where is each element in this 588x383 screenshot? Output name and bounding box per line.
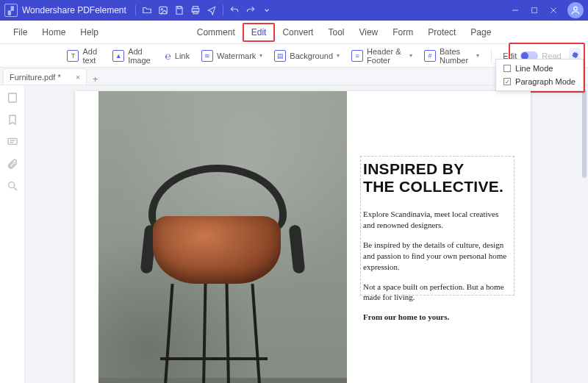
- thumbnails-icon[interactable]: [6, 91, 19, 104]
- add-image-button[interactable]: ▲ Add Image: [108, 45, 157, 67]
- svg-rect-12: [8, 93, 16, 102]
- menu-comment[interactable]: Comment: [190, 23, 243, 42]
- chevron-down-icon: ▾: [409, 52, 412, 59]
- user-avatar-icon[interactable]: [567, 2, 584, 18]
- menu-view[interactable]: View: [351, 23, 385, 42]
- tab-label: Furniture.pdf *: [10, 73, 61, 82]
- chevron-down-icon: ▾: [337, 52, 340, 59]
- app-window: ▞ Wondershare PDFelement File Home Help …: [0, 0, 588, 383]
- svg-rect-5: [193, 11, 198, 14]
- header-footer-icon: ≡: [351, 50, 363, 62]
- maximize-button[interactable]: [525, 0, 544, 21]
- pdf-page: INSPIRED BY THE COLLECTIVE. Explore Scan…: [75, 91, 531, 383]
- svg-rect-2: [178, 7, 182, 9]
- menu-file[interactable]: File: [6, 23, 35, 42]
- document-canvas[interactable]: INSPIRED BY THE COLLECTIVE. Explore Scan…: [25, 85, 581, 383]
- label: Paragraph Mode: [515, 77, 576, 86]
- svg-rect-0: [159, 7, 168, 13]
- line-mode-option[interactable]: Line Mode: [496, 62, 583, 75]
- image-icon: ▲: [112, 50, 124, 62]
- watermark-icon: ≋: [201, 50, 213, 62]
- print-icon[interactable]: [188, 3, 203, 18]
- workspace: INSPIRED BY THE COLLECTIVE. Explore Scan…: [0, 85, 588, 383]
- edit-mode-popup: Line Mode ✓ Paragraph Mode: [495, 59, 584, 91]
- bookmark-icon[interactable]: [6, 113, 19, 126]
- edit-toolbar: T Add text ▲ Add Image ℮ Link ≋ Watermar…: [0, 44, 588, 68]
- svg-point-10: [574, 7, 578, 10]
- document-tab[interactable]: Furniture.pdf * ×: [3, 68, 87, 85]
- minimize-button[interactable]: [506, 0, 525, 21]
- menu-bar: File Home Help Comment Edit Convert Tool…: [0, 21, 588, 44]
- bates-icon: #: [424, 50, 436, 62]
- label: Bates Number: [440, 47, 473, 65]
- svg-line-17: [14, 187, 17, 190]
- search-icon[interactable]: [6, 179, 19, 193]
- text-icon: T: [67, 50, 79, 62]
- separator: [135, 5, 136, 15]
- app-title: Wondershare PDFelement: [22, 5, 126, 15]
- paragraph: From our home to yours.: [363, 312, 510, 323]
- svg-rect-7: [532, 8, 537, 13]
- title-bar: ▞ Wondershare PDFelement: [0, 0, 588, 21]
- label: Header & Footer: [367, 47, 406, 65]
- background-icon: ▤: [274, 50, 286, 62]
- menu-help[interactable]: Help: [73, 23, 106, 42]
- close-button[interactable]: [544, 0, 563, 21]
- menu-edit[interactable]: Edit: [243, 23, 276, 42]
- vertical-scrollbar[interactable]: [581, 85, 588, 383]
- link-button[interactable]: ℮ Link: [160, 48, 194, 64]
- new-tab-button[interactable]: +: [87, 74, 104, 85]
- bates-number-button[interactable]: # Bates Number ▾: [420, 45, 484, 67]
- header-footer-button[interactable]: ≡ Header & Footer ▾: [347, 45, 417, 67]
- menu-protect[interactable]: Protect: [420, 23, 463, 42]
- separator: [491, 49, 492, 62]
- page-image: [98, 91, 347, 383]
- label: Line Mode: [515, 64, 553, 73]
- label: Background: [290, 51, 333, 60]
- chevron-down-icon: ▾: [259, 52, 262, 59]
- page-text-column[interactable]: INSPIRED BY THE COLLECTIVE. Explore Scan…: [363, 160, 510, 332]
- redo-icon[interactable]: [243, 3, 258, 18]
- watermark-button[interactable]: ≋ Watermark ▾: [197, 48, 267, 64]
- undo-icon[interactable]: [227, 3, 242, 18]
- separator: [223, 5, 223, 15]
- attachment-icon[interactable]: [6, 157, 19, 171]
- paragraph-mode-option[interactable]: ✓ Paragraph Mode: [496, 75, 583, 88]
- chair-illustration: [132, 154, 313, 383]
- dropdown-icon[interactable]: [259, 3, 274, 18]
- paragraph: Be inspired by the details of culture, d…: [363, 240, 510, 273]
- label: Watermark: [217, 51, 256, 60]
- label: Add text: [82, 47, 101, 65]
- menu-form[interactable]: Form: [385, 23, 420, 42]
- share-icon[interactable]: [204, 3, 219, 18]
- left-sidebar: [0, 85, 25, 383]
- save-icon[interactable]: [172, 3, 187, 18]
- svg-rect-13: [8, 138, 17, 144]
- menu-convert[interactable]: Convert: [275, 23, 320, 42]
- close-tab-icon[interactable]: ×: [76, 73, 80, 82]
- svg-point-1: [161, 9, 162, 10]
- checkbox-icon: [503, 65, 511, 72]
- svg-point-16: [8, 182, 14, 188]
- paragraph: Not a space built on perfection. But a h…: [363, 282, 510, 304]
- chevron-down-icon: ▾: [476, 52, 479, 59]
- background-button[interactable]: ▤ Background ▾: [270, 48, 344, 64]
- label: Link: [175, 51, 190, 60]
- link-icon: ℮: [165, 50, 171, 62]
- paragraph: Explore Scandinavia, meet local creative…: [363, 209, 510, 231]
- menu-tool[interactable]: Tool: [320, 23, 351, 42]
- scrollbar-thumb[interactable]: [582, 90, 587, 178]
- comments-icon[interactable]: [6, 135, 19, 148]
- menu-page[interactable]: Page: [463, 23, 498, 42]
- checkbox-icon: ✓: [503, 78, 511, 85]
- image-icon[interactable]: [156, 3, 171, 18]
- label: Add Image: [128, 47, 153, 65]
- add-text-button[interactable]: T Add text: [62, 45, 105, 67]
- open-folder-icon[interactable]: [140, 3, 154, 18]
- app-logo-icon: ▞: [4, 4, 18, 17]
- menu-home[interactable]: Home: [35, 23, 73, 42]
- headline: INSPIRED BY THE COLLECTIVE.: [363, 160, 510, 196]
